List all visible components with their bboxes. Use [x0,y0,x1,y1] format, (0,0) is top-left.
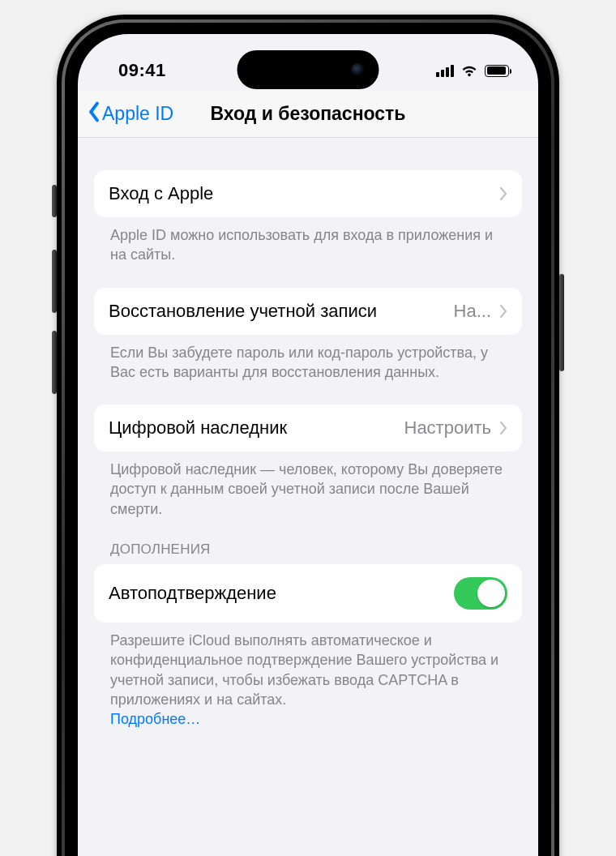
battery-icon [485,65,509,77]
nav-bar: Apple ID Вход и безопасность [78,91,538,138]
row-sign-in-with-apple[interactable]: Вход с Apple [94,170,522,217]
learn-more-link[interactable]: Подробнее… [110,711,200,727]
volume-up-button [52,250,57,313]
chevron-right-icon [499,186,507,201]
volume-down-button [52,331,57,394]
row-account-recovery[interactable]: Восстановление учетной записи На... [94,288,522,335]
back-label: Apple ID [102,103,173,125]
dynamic-island [237,50,379,89]
row-label: Автоподтверждение [109,583,276,604]
auto-verify-toggle[interactable] [454,577,507,610]
device-frame: 09:41 Apple ID Вход и безопасность [57,15,559,856]
row-detail: На... [454,301,491,322]
screen: 09:41 Apple ID Вход и безопасность [78,34,538,856]
row-label: Вход с Apple [109,183,213,204]
row-footer: Цифровой наследник — человек, которому В… [94,452,522,519]
mute-switch [52,185,57,217]
row-legacy-contact[interactable]: Цифровой наследник Настроить [94,404,522,452]
section-header-extras: ДОПОЛНЕНИЯ [94,541,522,564]
chevron-right-icon [499,304,507,319]
row-label: Восстановление учетной записи [109,301,377,322]
side-button [559,274,564,371]
row-auto-verify: Автоподтверждение [94,564,522,623]
wifi-icon [460,64,478,77]
status-time: 09:41 [118,60,166,81]
chevron-left-icon [88,101,101,127]
cellular-icon [436,64,454,77]
content: Вход с Apple Apple ID можно использовать… [78,170,538,730]
row-footer: Разрешите iCloud выполнять автоматическо… [94,623,522,729]
row-label: Цифровой наследник [109,417,287,439]
chevron-right-icon [499,421,507,435]
back-button[interactable]: Apple ID [88,101,173,127]
row-footer: Если Вы забудете пароль или код-пароль у… [94,335,522,383]
row-detail: Настроить [404,417,492,439]
row-footer: Apple ID можно использовать для входа в … [94,217,522,265]
